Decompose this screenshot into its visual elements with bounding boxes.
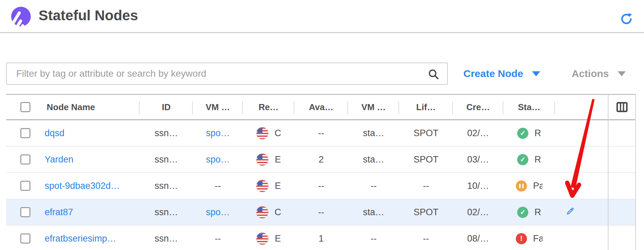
status-label: R [534,128,541,139]
lifecycle-value: -- [399,181,453,191]
nodes-table: Node Name ID VM … Re… Ava… VM … Lif… Cre… [6,94,636,250]
vm-size-value: sta… [348,154,399,165]
node-name-link[interactable]: efratbseriesimp… [45,233,116,244]
column-header-lifecycle[interactable]: Lif… [399,95,453,119]
row-checkbox[interactable] [20,233,30,244]
chevron-down-icon [618,71,626,76]
created-value: 08/… [453,233,503,244]
column-header-actions [555,95,608,119]
lifecycle-value: -- [399,233,453,244]
node-id: ssn… [140,207,193,218]
created-value: 03/… [453,154,503,165]
us-flag-icon [256,180,269,192]
node-id: ssn… [140,128,193,139]
region-label: E [275,181,281,191]
status-label: R [534,154,541,165]
created-value: 10/… [453,181,503,191]
status-label: R [534,207,541,218]
select-all-checkbox[interactable] [20,102,30,112]
status-label: Fa [533,233,543,244]
row-checkbox[interactable] [20,181,30,191]
filter-input[interactable] [7,63,447,84]
status-paused-icon [516,180,527,192]
row-checkbox[interactable] [20,207,30,217]
region-label: C [275,128,281,139]
table-header-row: Node Name ID VM … Re… Ava… VM … Lif… Cre… [6,94,636,120]
vm-size-value: sta… [348,207,399,218]
created-value: 02/… [453,207,503,218]
column-header-status[interactable]: Sta… [503,95,555,119]
vm-image-value: -- [193,181,243,191]
us-flag-icon [256,127,269,140]
availability-value: -- [294,181,348,191]
node-id: ssn… [140,233,193,244]
lifecycle-value: SPOT [399,154,453,165]
table-vertical-divider [608,94,608,250]
node-name-link[interactable]: dqsd [45,128,65,139]
status-label: Pa [533,181,543,191]
availability-value: -- [294,207,348,218]
table-row[interactable]: dqsd ssn… spo… C -- sta… SPOT 02/… ✓R [6,120,636,147]
actions-button[interactable]: Actions [572,66,626,81]
node-name-link[interactable]: efrat87 [45,207,73,218]
node-name-link[interactable]: spot-9dbae302d… [45,181,120,191]
region-label: E [275,233,281,244]
table-row-selected[interactable]: efrat87 ssn… spo… C -- sta… SPOT 02/… ✓R [6,199,636,226]
page-header: Stateful Nodes [0,0,644,33]
table-right-border [635,94,636,250]
page-title: Stateful Nodes [39,7,138,24]
status-running-icon: ✓ [517,154,528,165]
column-header-region[interactable]: Re… [243,95,294,119]
column-header-vm-size[interactable]: VM … [348,95,399,119]
table-row[interactable]: Yarden ssn… spo… E 2 sta… SPOT 03/… ✓R [6,147,636,173]
row-checkbox[interactable] [20,154,30,165]
vm-image-value: -- [193,233,243,244]
column-header-vm-image[interactable]: VM … [193,95,243,119]
spot-logo-icon [9,5,32,28]
chevron-down-icon [532,71,540,76]
status-failed-icon: ! [516,233,527,244]
us-flag-icon [256,153,269,166]
table-row[interactable]: efratbseriesimp… ssn… -- E 1 -- -- 08/… … [6,226,636,250]
node-id: ssn… [140,154,193,165]
status-running-icon: ✓ [517,128,528,139]
column-header-node-name[interactable]: Node Name [31,95,140,119]
search-icon[interactable] [428,68,440,80]
create-node-label: Create Node [463,68,523,79]
availability-value: -- [294,128,348,139]
stateful-nodes-page: Stateful Nodes Create Node Actions Node … [0,0,644,250]
region-label: E [275,154,281,165]
refresh-icon[interactable] [620,12,633,26]
column-picker-icon [616,101,628,114]
node-name-link[interactable]: Yarden [45,154,73,165]
vm-size-value: -- [348,181,399,191]
vm-image-link[interactable]: spo… [206,154,230,165]
select-all-cell [6,95,31,119]
region-label: C [275,207,281,218]
availability-value: 1 [294,233,348,244]
us-flag-icon [256,206,269,219]
vm-image-link[interactable]: spo… [206,128,230,139]
vm-size-value: -- [348,233,399,244]
create-node-button[interactable]: Create Node [463,66,540,81]
column-picker-cell[interactable] [608,95,636,119]
row-checkbox[interactable] [20,128,30,138]
edit-node-icon[interactable] [566,207,575,218]
lifecycle-value: SPOT [399,207,453,218]
vm-image-link[interactable]: spo… [206,207,230,218]
node-id: ssn… [140,181,193,191]
column-header-created[interactable]: Cre… [453,95,503,119]
filter-container [6,62,448,85]
column-header-availability[interactable]: Ava… [294,95,348,119]
vm-size-value: sta… [348,128,399,139]
column-header-id[interactable]: ID [140,95,193,119]
availability-value: 2 [294,154,348,165]
created-value: 02/… [453,128,503,139]
us-flag-icon [256,232,269,245]
status-running-icon: ✓ [517,207,528,218]
lifecycle-value: SPOT [399,128,453,139]
table-row[interactable]: spot-9dbae302d… ssn… -- E -- -- -- 10/… … [6,173,636,199]
actions-label: Actions [572,68,609,79]
